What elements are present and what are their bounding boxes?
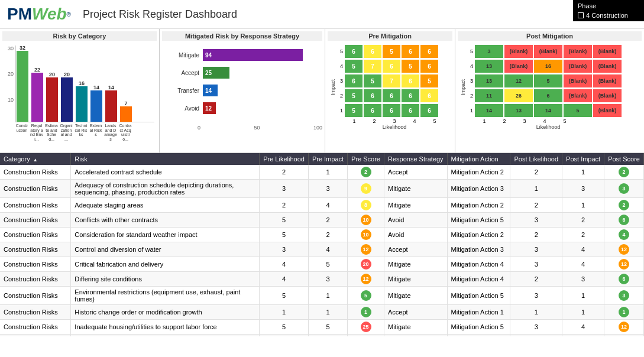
post-score-dot: 3	[619, 183, 629, 194]
td-pre-score: 25	[348, 320, 384, 335]
td-post-score: 6	[604, 272, 644, 287]
post-heatmap-cell: 16	[533, 59, 563, 73]
td-pre-likelihood: 5	[260, 228, 309, 242]
bar-item: 22	[31, 67, 44, 122]
th-post-score[interactable]: Post Score	[604, 153, 644, 165]
td-response: Accept	[384, 165, 447, 180]
pre-x2: 2	[364, 118, 384, 124]
bar-rect	[61, 77, 73, 122]
post-heatmap-cell: 5	[533, 74, 563, 88]
td-pre-score: 4	[348, 335, 384, 337]
td-pre-score: 10	[348, 228, 384, 242]
td-pre-impact: 4	[308, 198, 347, 213]
hbar-bar: 94	[203, 49, 303, 61]
pre-score-dot: 8	[361, 200, 371, 210]
bar-label: Regulatory and Envi...	[30, 124, 43, 142]
td-post-likelihood: 2	[510, 198, 562, 213]
th-category[interactable]: Category ▲	[0, 153, 71, 165]
td-response: Mitigate	[384, 287, 447, 305]
td-post-score: 3	[604, 180, 644, 198]
bar-item: 7	[119, 100, 132, 122]
td-mitigation: Mitigation Action 4	[447, 335, 510, 337]
pre-heatmap-cell: 5	[344, 89, 363, 103]
td-pre-score: 2	[348, 165, 384, 180]
post-heatmap-cell: (Blank)	[563, 59, 593, 73]
td-risk: Inadequate skilled trades available for …	[71, 335, 260, 337]
td-post-likelihood: 3	[510, 242, 562, 257]
bar-item: 32	[16, 45, 29, 122]
hbar-value: 25	[205, 70, 212, 76]
phase-checkbox[interactable]	[578, 12, 584, 18]
pre-x4: 4	[404, 118, 425, 124]
bar-label: Organizational and ...	[60, 124, 73, 142]
hbar-label: Transfer	[167, 87, 199, 94]
pre-score-dot: 20	[361, 259, 371, 270]
phase-option-text: 4 Construction	[586, 12, 628, 19]
hbar-item: Avoid 12	[167, 102, 318, 114]
post-heatmap-cell: 13	[504, 103, 533, 118]
th-post-likelihood[interactable]: Post Likelihood	[510, 153, 562, 165]
pre-y1: 1	[337, 108, 343, 113]
td-category: Construction Risks	[0, 198, 71, 213]
th-post-impact[interactable]: Post Impact	[562, 153, 604, 165]
table-row: Construction Risks Differing site condit…	[0, 272, 644, 287]
bar-label: Construction	[15, 124, 28, 142]
td-mitigation: Mitigation Action 3	[447, 180, 510, 198]
post-x1: 1	[474, 118, 494, 124]
td-category: Construction Risks	[0, 272, 71, 287]
th-pre-likelihood[interactable]: Pre Likelihood	[260, 153, 309, 165]
pre-mitigation-title: Pre Mitigation	[328, 31, 452, 41]
td-pre-score: 5	[348, 287, 384, 305]
td-risk: Conflicts with other contracts	[71, 213, 260, 228]
bar-label: Contract Acquisitio...	[119, 124, 132, 142]
td-risk: Inadequate housing/utilities to support …	[71, 320, 260, 335]
pre-heatmap-cell: 5	[363, 74, 382, 88]
post-score-dot: 12	[619, 322, 629, 332]
table-header-row: Category ▲ Risk Pre Likelihood Pre Impac…	[0, 153, 644, 165]
y-label-30: 30	[5, 46, 14, 51]
phase-filter[interactable]: Phase 4 Construction	[573, 0, 644, 21]
td-mitigation: Mitigation Action 4	[447, 272, 510, 287]
td-pre-impact: 5	[308, 320, 347, 335]
hbar-value: 94	[205, 52, 212, 59]
td-post-likelihood: 2	[510, 228, 562, 242]
th-mitigation-action[interactable]: Mitigation Action	[447, 153, 510, 165]
pre-heatmap-cell: 5	[401, 59, 420, 73]
table-row: Construction Risks Inadequate housing/ut…	[0, 320, 644, 335]
pre-heatmap-cell: 6	[420, 59, 439, 73]
pre-heatmap-cell: 7	[382, 74, 401, 88]
td-response: Mitigate	[384, 198, 447, 213]
post-mitigation-title: Post Mitigation	[458, 31, 642, 41]
pre-score-dot: 25	[361, 322, 371, 332]
bar-item: 20	[60, 72, 73, 122]
td-risk: Environmental restrictions (equipment us…	[71, 287, 260, 305]
pre-x-axis-label: Likelihood	[344, 124, 445, 130]
logo-registered: ®	[67, 11, 71, 18]
post-heatmap-cell: 12	[504, 74, 533, 88]
td-mitigation: Mitigation Action 2	[447, 165, 510, 180]
post-y2: 2	[467, 93, 473, 99]
pre-heatmap-cell: 6	[420, 89, 439, 103]
th-pre-impact[interactable]: Pre Impact	[308, 153, 347, 165]
table-section: Category ▲ Risk Pre Likelihood Pre Impac…	[0, 153, 644, 336]
sort-arrow-category: ▲	[33, 157, 38, 163]
pre-score-dot: 10	[361, 229, 371, 240]
post-heatmap-cell: 13	[474, 74, 504, 88]
td-pre-score: 12	[348, 272, 384, 287]
th-response-strategy[interactable]: Response Strategy	[384, 153, 447, 165]
td-post-impact: 1	[562, 287, 604, 305]
bar-item: 16	[75, 80, 88, 122]
hbar-item: Mitigate 94	[167, 49, 318, 61]
td-risk: Differing site conditions	[71, 272, 260, 287]
pre-x3: 3	[384, 118, 404, 124]
page-title: Project Risk Register Dashboard	[83, 8, 637, 21]
td-post-likelihood: 3	[510, 257, 562, 272]
td-category: Construction Risks	[0, 242, 71, 257]
table-row: Construction Risks Control and diversion…	[0, 242, 644, 257]
td-response: Mitigate	[384, 180, 447, 198]
th-pre-score[interactable]: Pre Score	[348, 153, 384, 165]
th-risk[interactable]: Risk	[71, 153, 260, 165]
td-category: Construction Risks	[0, 335, 71, 337]
pre-score-dot: 2	[361, 167, 371, 177]
td-post-score: 2	[604, 165, 644, 180]
